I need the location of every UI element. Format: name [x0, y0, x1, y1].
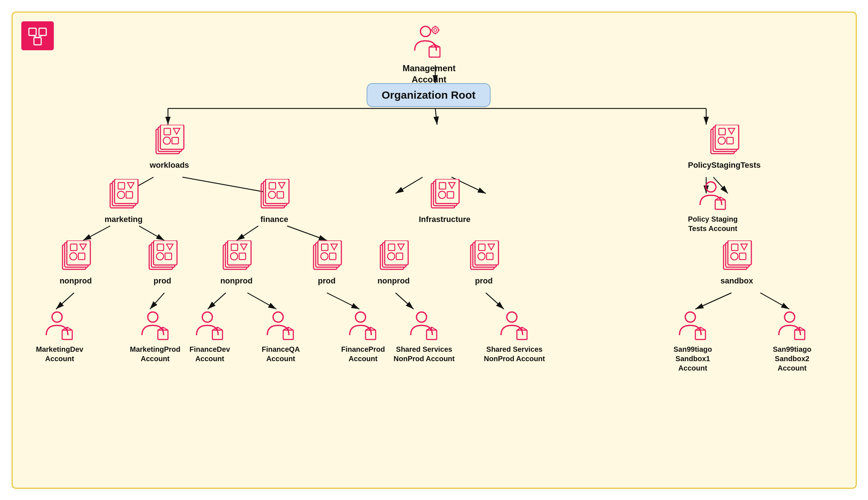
shared-services-nonprod-node: Shared ServicesNonProd Account — [394, 309, 455, 363]
infra-prod-node: prod — [468, 240, 500, 286]
infra-nonprod-label: nonprod — [377, 276, 410, 286]
finance-label: finance — [260, 214, 288, 225]
svg-line-19 — [237, 226, 258, 240]
svg-rect-2 — [34, 38, 41, 45]
finance-prod-account-label: FinanceProdAccount — [341, 345, 385, 363]
finance-nonprod-node: nonprod — [220, 240, 253, 286]
finance-node: finance — [258, 179, 291, 225]
svg-line-23 — [327, 293, 359, 309]
svg-point-138 — [355, 312, 366, 322]
marketing-prod-node: prod — [146, 240, 179, 286]
org-root-box: Organization Root — [367, 83, 491, 107]
policy-staging-tests-label: PolicyStagingTests — [688, 160, 761, 171]
svg-line-15 — [396, 177, 423, 193]
diagram-container: ManagementAccount Organization Root work… — [12, 12, 857, 489]
svg-rect-75 — [715, 200, 725, 209]
logo-box — [21, 21, 54, 50]
sandbox1-account-label: San99tiagoSandbox1Account — [674, 345, 712, 373]
svg-rect-37 — [429, 47, 440, 57]
svg-point-150 — [785, 312, 795, 322]
svg-line-20 — [287, 226, 327, 240]
sandbox-label: sandbox — [721, 276, 753, 286]
management-account-label: ManagementAccount — [403, 63, 456, 85]
svg-point-132 — [202, 312, 212, 322]
sandbox2-account-label: San99tiagoSandbox2Account — [773, 345, 812, 373]
svg-line-25 — [150, 293, 164, 309]
svg-line-22 — [247, 293, 276, 309]
finance-qa-account-label: FinanceQAAccount — [262, 345, 300, 363]
infra-prod-label: prod — [475, 276, 493, 286]
svg-point-144 — [507, 312, 517, 322]
svg-point-129 — [148, 312, 158, 322]
management-account-node: ManagementAccount — [403, 23, 456, 85]
svg-line-17 — [83, 226, 110, 240]
shared-services-prod-node: Shared ServicesNonProd Account — [484, 309, 545, 363]
sandbox-node: sandbox — [721, 240, 753, 286]
sandbox2-account-node: San99tiagoSandbox2Account — [773, 309, 812, 373]
svg-point-141 — [416, 312, 427, 322]
svg-line-28 — [695, 293, 731, 309]
finance-prod-label: prod — [318, 276, 336, 286]
finance-dev-account-node: FinanceDevAccount — [190, 309, 230, 363]
svg-line-27 — [486, 293, 504, 309]
infrastructure-node: Infrastructure — [419, 179, 471, 225]
finance-nonprod-label: nonprod — [220, 276, 252, 286]
svg-line-21 — [208, 293, 226, 309]
marketing-dev-account-node: MarketingDevAccount — [36, 309, 83, 363]
svg-point-147 — [685, 312, 695, 322]
marketing-node: marketing — [105, 179, 143, 225]
org-root-label: Organization Root — [382, 89, 476, 101]
policy-staging-tests-node: PolicyStagingTests — [688, 125, 761, 171]
marketing-nonprod-label: nonprod — [60, 276, 92, 286]
svg-point-74 — [706, 182, 716, 192]
svg-point-135 — [273, 312, 283, 322]
svg-rect-0 — [29, 28, 36, 35]
infra-nonprod-node: nonprod — [377, 240, 410, 286]
svg-line-26 — [396, 293, 414, 309]
finance-qa-account-node: FinanceQAAccount — [262, 309, 300, 363]
finance-prod-node: prod — [311, 240, 343, 286]
finance-dev-account-label: FinanceDevAccount — [190, 345, 230, 363]
marketing-prod-account-node: MarketingProdAccount — [130, 309, 181, 363]
svg-line-29 — [760, 293, 789, 309]
marketing-dev-account-label: MarketingDevAccount — [36, 345, 83, 363]
marketing-label: marketing — [105, 214, 143, 225]
svg-rect-1 — [39, 28, 46, 35]
svg-line-18 — [139, 226, 164, 240]
workloads-node: workloads — [150, 125, 189, 171]
svg-point-32 — [434, 29, 437, 31]
shared-services-prod-label: Shared ServicesNonProd Account — [484, 345, 545, 363]
marketing-prod-label: prod — [154, 276, 171, 286]
svg-point-30 — [420, 26, 431, 37]
svg-line-10 — [435, 108, 437, 125]
workloads-label: workloads — [150, 160, 189, 171]
svg-point-31 — [432, 27, 439, 33]
sandbox1-account-node: San99tiagoSandbox1Account — [674, 309, 712, 373]
shared-services-nonprod-label: Shared ServicesNonProd Account — [394, 345, 455, 363]
policy-staging-account-label: Policy StagingTests Account — [688, 214, 738, 233]
finance-prod-account-node: FinanceProdAccount — [341, 309, 385, 363]
policy-staging-account-node: Policy StagingTests Account — [688, 179, 738, 233]
svg-line-24 — [56, 293, 74, 309]
svg-point-126 — [52, 312, 62, 322]
marketing-nonprod-node: nonprod — [60, 240, 92, 286]
infrastructure-label: Infrastructure — [419, 214, 471, 225]
marketing-prod-account-label: MarketingProdAccount — [130, 345, 181, 363]
